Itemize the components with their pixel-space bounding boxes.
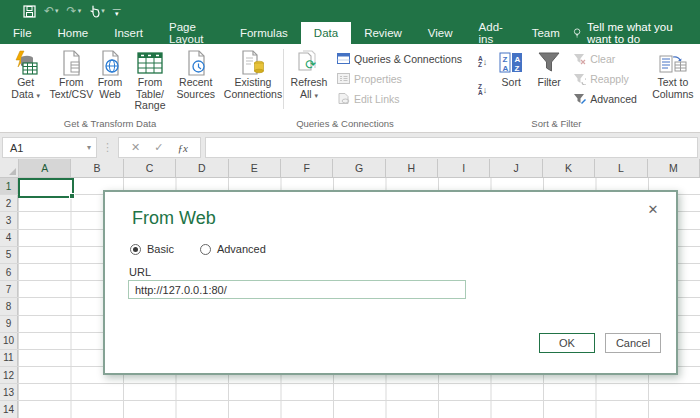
row-header-5[interactable]: 5: [0, 247, 18, 263]
row-header-10[interactable]: 10: [0, 333, 18, 349]
undo-button[interactable]: ↶▾: [41, 2, 62, 20]
row-header-1[interactable]: 1: [0, 178, 18, 194]
column-header-i[interactable]: I: [438, 159, 490, 177]
text-to-columns-icon: [659, 49, 687, 77]
existing-connections-icon: [241, 49, 265, 77]
row-header-4[interactable]: 4: [0, 230, 18, 246]
from-web-button[interactable]: From Web: [93, 46, 126, 115]
from-table-range-icon: [137, 49, 163, 77]
formula-input[interactable]: [205, 137, 698, 158]
group-sort-filter: AZ ↓ ZA ↓ ZAAZ Sort: [470, 44, 643, 132]
save-icon[interactable]: [20, 2, 39, 20]
queries-connections-button[interactable]: Queries & Connections: [337, 51, 462, 66]
tab-data[interactable]: Data: [301, 22, 351, 44]
properties-icon: [337, 73, 350, 84]
column-header-b[interactable]: B: [71, 159, 123, 177]
row-header-12[interactable]: 12: [0, 367, 18, 383]
cancel-entry-icon[interactable]: ✕: [131, 141, 140, 154]
redo-caret-icon[interactable]: ▾: [78, 7, 82, 15]
basic-radio[interactable]: Basic: [130, 243, 174, 255]
sort-descending-button[interactable]: ZA ↓: [476, 80, 489, 100]
advanced-filter-button[interactable]: Advanced: [573, 91, 637, 106]
from-table-range-button[interactable]: From Table/ Range: [127, 46, 174, 115]
row-header-8[interactable]: 8: [0, 298, 18, 314]
column-header-k[interactable]: K: [543, 159, 595, 177]
basic-radio-label: Basic: [147, 243, 174, 255]
row-header-7[interactable]: 7: [0, 281, 18, 297]
refresh-all-button[interactable]: ⟳ Refresh All ▾: [285, 46, 333, 115]
svg-text:⟳: ⟳: [305, 57, 316, 72]
select-all-corner[interactable]: [0, 159, 19, 177]
edit-links-label: Edit Links: [354, 93, 400, 105]
from-web-dialog: ✕ From Web Basic Advanced URL OK Cancel: [103, 190, 678, 375]
from-text-csv-button[interactable]: From Text/CSV: [49, 46, 93, 115]
column-header-a[interactable]: A: [19, 159, 71, 177]
tab-home[interactable]: Home: [45, 22, 102, 44]
advanced-filter-label: Advanced: [590, 93, 637, 105]
fill-handle[interactable]: [69, 193, 75, 199]
insert-function-icon[interactable]: ƒx: [177, 142, 187, 154]
row-header-9[interactable]: 9: [0, 316, 18, 332]
touch-caret-icon[interactable]: ▾: [101, 7, 105, 15]
row-header-14[interactable]: 14: [0, 401, 18, 417]
advanced-radio[interactable]: Advanced: [200, 243, 266, 255]
tab-page-layout[interactable]: Page Layout: [156, 22, 227, 44]
group-queries-connections: Existing Connections ⟳ Refresh All ▾ Que…: [222, 44, 468, 132]
redo-button[interactable]: ↷▾: [64, 2, 85, 20]
filter-label: Filter: [538, 77, 561, 89]
dialog-close-icon[interactable]: ✕: [644, 200, 662, 218]
dialog-title: From Web: [132, 208, 216, 229]
grid-row-13[interactable]: 13: [0, 384, 700, 401]
tab-insert[interactable]: Insert: [101, 22, 156, 44]
from-web-icon: [99, 49, 121, 77]
customize-qat-button[interactable]: —▾: [110, 2, 124, 20]
row-header-13[interactable]: 13: [0, 384, 18, 400]
enter-entry-icon[interactable]: ✓: [154, 141, 163, 154]
undo-caret-icon[interactable]: ▾: [55, 7, 59, 15]
tab-team[interactable]: Team: [519, 22, 573, 44]
tell-me-box[interactable]: Tell me what you want to do: [573, 22, 700, 44]
recent-sources-button[interactable]: Recent Sources: [173, 46, 218, 115]
sort-ascending-button[interactable]: AZ ↓: [476, 52, 489, 72]
grid-row-14[interactable]: 14: [0, 401, 700, 418]
text-to-columns-button[interactable]: Text to Columns: [647, 46, 699, 115]
column-header-e[interactable]: E: [229, 159, 281, 177]
tab-file[interactable]: File: [0, 22, 45, 44]
svg-text:Z: Z: [515, 64, 520, 73]
existing-connections-button[interactable]: Existing Connections: [224, 46, 282, 115]
basic-radio-icon[interactable]: [130, 244, 141, 255]
reapply-filter-icon: [573, 73, 586, 85]
queries-connections-label: Queries & Connections: [354, 53, 462, 65]
column-header-j[interactable]: J: [490, 159, 542, 177]
sort-button[interactable]: ZAAZ Sort: [493, 46, 529, 115]
tab-view[interactable]: View: [415, 22, 466, 44]
get-data-button[interactable]: Get Data ▾: [2, 46, 49, 115]
tab-add-ins[interactable]: Add-ins: [466, 22, 519, 44]
column-header-l[interactable]: L: [595, 159, 647, 177]
filter-button[interactable]: Filter: [529, 46, 569, 115]
row-header-2[interactable]: 2: [0, 195, 18, 211]
name-box-caret-icon[interactable]: ▾: [87, 143, 96, 152]
tab-formulas[interactable]: Formulas: [227, 22, 301, 44]
selected-cell-a1[interactable]: [18, 178, 74, 198]
column-header-h[interactable]: H: [386, 159, 438, 177]
column-header-d[interactable]: D: [176, 159, 228, 177]
queries-connections-icon: [337, 53, 350, 64]
cancel-button[interactable]: Cancel: [605, 333, 661, 353]
group-label-get-transform: Get & Transform Data: [2, 117, 218, 132]
row-header-3[interactable]: 3: [0, 212, 18, 228]
touch-mode-button[interactable]: ▾: [86, 2, 108, 20]
ok-button[interactable]: OK: [539, 333, 595, 353]
row-header-6[interactable]: 6: [0, 264, 18, 280]
tab-review[interactable]: Review: [351, 22, 415, 44]
column-header-c[interactable]: C: [124, 159, 176, 177]
name-box[interactable]: A1 ▾: [2, 137, 97, 158]
column-header-g[interactable]: G: [333, 159, 385, 177]
column-header-f[interactable]: F: [281, 159, 333, 177]
from-text-csv-label: From Text/CSV: [49, 77, 93, 100]
advanced-radio-icon[interactable]: [200, 244, 211, 255]
url-input[interactable]: [128, 280, 466, 299]
column-header-m[interactable]: M: [648, 159, 700, 177]
row-header-11[interactable]: 11: [0, 350, 18, 366]
clear-filter-button: Clear: [573, 51, 637, 66]
